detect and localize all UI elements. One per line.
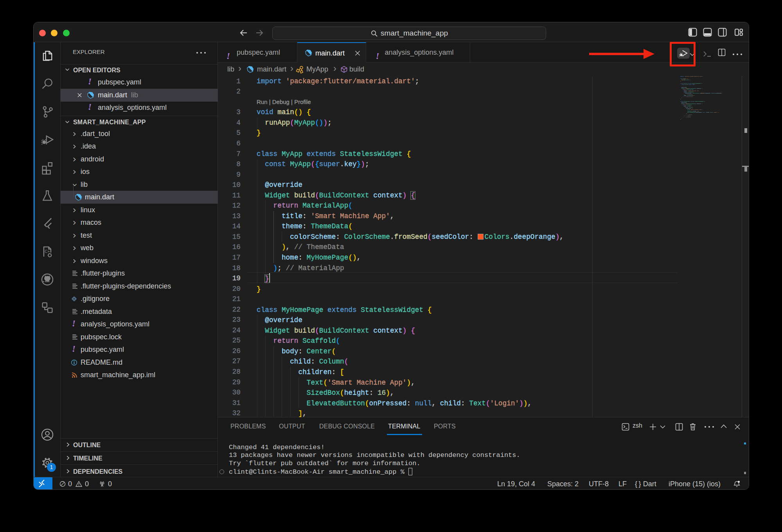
- svg-text:C+: C+: [45, 249, 50, 254]
